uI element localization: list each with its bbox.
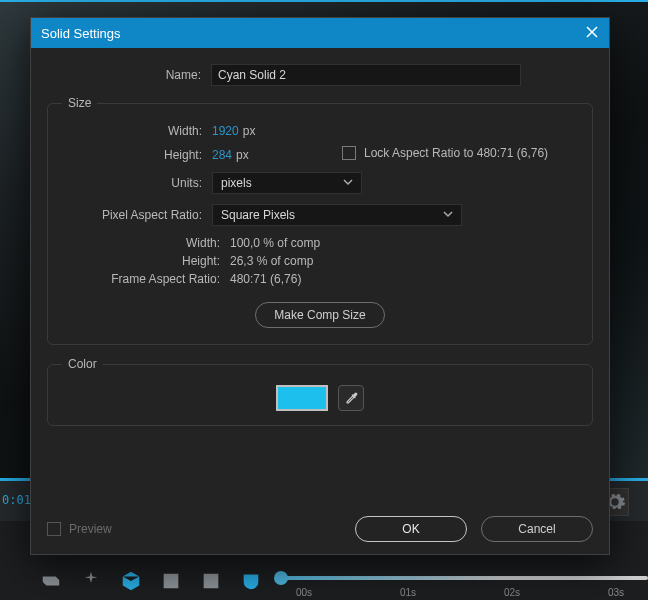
info-height-label: Height: — [62, 254, 230, 268]
eyedropper-button[interactable] — [338, 385, 364, 411]
units-row: Units: pixels — [62, 172, 578, 194]
ok-button[interactable]: OK — [355, 516, 467, 542]
ruler-tick: 03s — [608, 587, 624, 598]
units-select[interactable]: pixels — [212, 172, 362, 194]
info-width-value: 100,0 % of comp — [230, 236, 320, 250]
info-width: Width: 100,0 % of comp — [62, 236, 578, 250]
info-far-value: 480:71 (6,76) — [230, 272, 301, 286]
masks-icon[interactable] — [240, 570, 262, 592]
ruler-tick: 01s — [400, 587, 416, 598]
par-row: Pixel Aspect Ratio: Square Pixels — [62, 204, 578, 226]
ruler-tick: 00s — [296, 587, 312, 598]
solid-settings-dialog: Solid Settings Name: Size Width: 1920 px… — [30, 17, 610, 555]
name-row: Name: — [47, 64, 593, 86]
chevron-down-icon — [343, 176, 353, 190]
units-label: Units: — [62, 176, 212, 190]
sparkle-icon[interactable] — [80, 570, 102, 592]
footer-buttons: OK Cancel — [355, 516, 593, 542]
filmstrip-icon[interactable] — [160, 570, 182, 592]
info-height: Height: 26,3 % of comp — [62, 254, 578, 268]
info-far: Frame Aspect Ratio: 480:71 (6,76) — [62, 272, 578, 286]
eyedropper-icon — [344, 391, 359, 406]
info-width-label: Width: — [62, 236, 230, 250]
make-comp-size-wrap: Make Comp Size — [62, 302, 578, 328]
timeline-tool-row — [40, 570, 262, 592]
par-select[interactable]: Square Pixels — [212, 204, 462, 226]
box3d-icon[interactable] — [120, 570, 142, 592]
width-value[interactable]: 1920 — [212, 124, 239, 138]
color-fieldset: Color — [47, 357, 593, 426]
preview-label: Preview — [69, 522, 112, 536]
width-unit: px — [243, 124, 256, 138]
chevron-down-icon — [443, 208, 453, 222]
preview-checkbox[interactable] — [47, 522, 61, 536]
par-select-value: Square Pixels — [221, 208, 295, 222]
dialog-body: Name: Size Width: 1920 px Height: 284 px… — [31, 48, 609, 554]
cancel-button[interactable]: Cancel — [481, 516, 593, 542]
color-row — [62, 385, 578, 411]
height-label: Height: — [62, 148, 212, 162]
layer-icon[interactable] — [40, 570, 62, 592]
lock-aspect-checkbox[interactable] — [342, 146, 356, 160]
name-input[interactable] — [211, 64, 521, 86]
ruler-tick: 02s — [504, 587, 520, 598]
width-row: Width: 1920 px — [62, 124, 578, 138]
close-icon — [585, 25, 599, 39]
height-unit: px — [236, 148, 249, 162]
width-label: Width: — [62, 124, 212, 138]
info-far-label: Frame Aspect Ratio: — [62, 272, 230, 286]
size-fieldset: Size Width: 1920 px Height: 284 px Lock … — [47, 96, 593, 345]
color-swatch[interactable] — [276, 385, 328, 411]
playhead-knob[interactable] — [274, 571, 288, 585]
par-label: Pixel Aspect Ratio: — [62, 208, 212, 222]
size-legend: Size — [62, 96, 97, 110]
info-height-value: 26,3 % of comp — [230, 254, 313, 268]
timeline-ruler[interactable] — [280, 576, 648, 580]
color-legend: Color — [62, 357, 103, 371]
dialog-titlebar[interactable]: Solid Settings — [31, 18, 609, 48]
preview-toggle: Preview — [47, 522, 112, 536]
height-value[interactable]: 284 — [212, 148, 232, 162]
app-accent-top — [0, 0, 648, 2]
dialog-footer: Preview OK Cancel — [47, 516, 593, 542]
units-select-value: pixels — [221, 176, 252, 190]
name-label: Name: — [47, 68, 211, 82]
make-comp-size-button[interactable]: Make Comp Size — [255, 302, 384, 328]
frame-icon[interactable] — [200, 570, 222, 592]
lock-aspect-row: Lock Aspect Ratio to 480:71 (6,76) — [342, 146, 548, 160]
close-button[interactable] — [585, 25, 599, 42]
lock-aspect-label: Lock Aspect Ratio to 480:71 (6,76) — [364, 146, 548, 160]
dialog-title: Solid Settings — [41, 26, 121, 41]
